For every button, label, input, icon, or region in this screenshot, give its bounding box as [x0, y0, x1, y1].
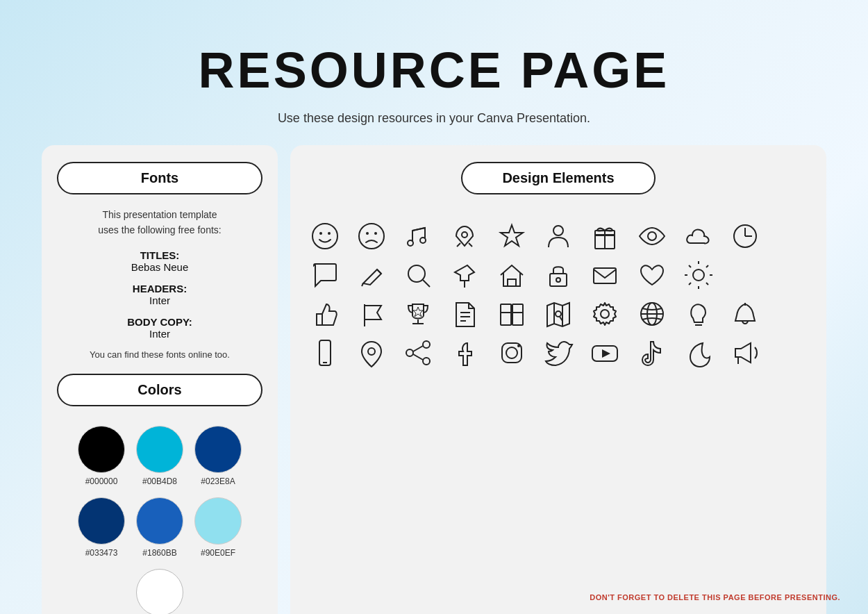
font-label-headers: HEADERS:: [133, 283, 187, 294]
location-icon: [352, 338, 390, 368]
font-item-titles: TITLES: Bebas Neue: [131, 249, 189, 273]
spacer-r3: [773, 299, 811, 329]
svg-point-21: [408, 265, 425, 282]
music-icon: [399, 221, 437, 251]
moon-icon: [679, 338, 717, 368]
svg-point-1: [319, 232, 322, 235]
svg-point-2: [328, 232, 331, 235]
fonts-title-box: Fonts: [57, 162, 262, 194]
mail-icon: [586, 260, 624, 290]
svg-point-5: [374, 232, 377, 235]
font-item-bodycopy: BODY COPY: Inter: [127, 316, 192, 340]
svg-point-65: [406, 349, 413, 356]
swatch-white: #FFFFFF: [136, 569, 183, 614]
design-elements-title-box: Design Elements: [461, 162, 656, 194]
svg-point-7: [420, 238, 426, 243]
spacer-r2b: [773, 260, 811, 290]
instagram-icon: [492, 338, 531, 368]
svg-point-0: [312, 224, 337, 249]
gear-icon: [586, 299, 624, 329]
swatch-label-lightblue: #90E0EF: [201, 548, 235, 558]
svg-point-70: [506, 347, 517, 358]
thumbsup-icon: [306, 299, 344, 329]
svg-point-6: [408, 240, 413, 246]
person-icon: [539, 221, 577, 251]
font-name-headers: Inter: [133, 294, 187, 306]
svg-rect-61: [319, 340, 331, 365]
svg-rect-44: [501, 304, 511, 325]
svg-line-67: [413, 346, 423, 351]
svg-point-26: [556, 278, 560, 282]
fonts-description: This presentation template uses the foll…: [98, 207, 221, 238]
svg-point-64: [423, 341, 430, 348]
pencil-icon: [352, 260, 390, 290]
main-content: Fonts This presentation template uses th…: [42, 145, 826, 614]
globe-icon: [633, 299, 671, 329]
right-panel: Design Elements: [290, 145, 826, 614]
search-icon: [399, 260, 437, 290]
font-item-headers: HEADERS: Inter: [133, 283, 187, 306]
swatch-label-cyan: #00B4D8: [142, 476, 177, 486]
svg-rect-25: [550, 274, 567, 286]
heart-icon: [633, 260, 671, 290]
map-icon: [539, 299, 577, 329]
swatch-label-darkblue: #023E8A: [201, 476, 235, 486]
swatch-label-blue: #1860BB: [142, 548, 176, 558]
spacer-r1: [773, 221, 811, 251]
swatch-circle-darkblue: [194, 426, 242, 473]
swatch-circle-blue: [136, 497, 183, 545]
document-icon: [446, 299, 484, 329]
find-fonts-text: You can find these fonts online too.: [90, 349, 230, 360]
swatch-label-black: #000000: [85, 476, 118, 486]
pin-icon: [446, 260, 484, 290]
swatch-label-navy: #033473: [85, 548, 118, 558]
svg-rect-45: [512, 304, 523, 325]
smile-icon: [306, 221, 344, 251]
svg-point-9: [462, 232, 467, 238]
swatch-circle-white: [136, 569, 183, 614]
tiktok-icon: [633, 338, 671, 368]
megaphone-icon: [726, 338, 764, 368]
svg-point-71: [517, 345, 520, 347]
swatch-cyan: #00B4D8: [136, 426, 183, 486]
svg-line-35: [706, 265, 708, 267]
font-name-bodycopy: Inter: [127, 328, 192, 340]
book-icon: [492, 299, 531, 329]
youtube-icon: [586, 338, 624, 368]
rocket-icon: [446, 221, 484, 251]
lock-icon: [539, 260, 577, 290]
svg-point-52: [556, 311, 561, 317]
svg-point-4: [366, 232, 369, 235]
chat-icon: [306, 260, 344, 290]
svg-marker-73: [602, 349, 610, 358]
svg-point-3: [359, 224, 384, 249]
page-subtitle: Use these design resources in your Canva…: [0, 111, 868, 126]
svg-rect-24: [508, 279, 516, 286]
spacer-r2a: [726, 260, 764, 290]
swatch-blue: #1860BB: [136, 497, 183, 558]
svg-point-28: [693, 269, 704, 281]
gift-icon: [586, 221, 624, 251]
colors-swatches: #000000 #00B4D8 #023E8A #033473 #1860BB …: [57, 426, 262, 614]
svg-point-66: [423, 358, 430, 365]
colors-title-box: Colors: [57, 374, 262, 406]
svg-line-8: [412, 228, 425, 231]
left-panel: Fonts This presentation template uses th…: [42, 145, 278, 614]
trophy-icon: [399, 299, 437, 329]
svg-line-20: [377, 269, 381, 274]
svg-point-11: [553, 226, 563, 235]
star-icon: [492, 221, 531, 251]
font-label-bodycopy: BODY COPY:: [127, 316, 192, 328]
svg-line-34: [706, 283, 708, 285]
page-title: RESOURCE PAGE: [0, 0, 868, 99]
flag-icon: [352, 299, 390, 329]
eye-icon: [633, 221, 671, 251]
svg-marker-49: [547, 303, 569, 326]
icons-grid: [306, 221, 811, 368]
svg-line-22: [423, 280, 430, 287]
swatch-black: #000000: [78, 426, 125, 486]
footer-note: DON'T FORGET TO DELETE THIS PAGE BEFORE …: [590, 593, 840, 601]
share-icon: [399, 338, 437, 368]
twitter-icon: [539, 338, 577, 368]
swatch-circle-navy: [78, 497, 125, 545]
